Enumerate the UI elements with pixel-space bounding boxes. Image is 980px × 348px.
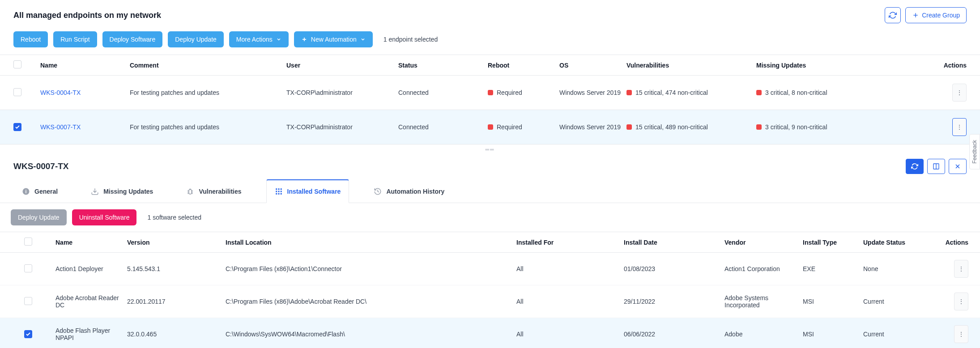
column-header-vulnerabilities[interactable]: Vulnerabilities bbox=[626, 62, 756, 69]
software-install-date: 29/11/2022 bbox=[624, 298, 724, 305]
endpoint-row-checkbox[interactable] bbox=[13, 123, 21, 131]
close-icon bbox=[954, 163, 961, 170]
sw-column-vendor[interactable]: Vendor bbox=[724, 239, 803, 246]
run-script-button[interactable]: Run Script bbox=[53, 31, 97, 47]
software-version: 22.001.20117 bbox=[127, 298, 226, 305]
chevron-down-icon bbox=[276, 37, 281, 42]
panel-resize-handle[interactable]: ══ bbox=[0, 144, 980, 154]
sw-column-install-date[interactable]: Install Date bbox=[624, 239, 724, 246]
column-header-os[interactable]: OS bbox=[559, 62, 626, 69]
row-actions-menu[interactable]: ⋮ bbox=[952, 84, 967, 102]
column-header-reboot[interactable]: Reboot bbox=[488, 62, 559, 69]
new-automation-button[interactable]: New Automation bbox=[294, 31, 373, 47]
column-header-missing-updates[interactable]: Missing Updates bbox=[756, 62, 926, 69]
svg-rect-19 bbox=[280, 193, 281, 195]
endpoint-row-checkbox[interactable] bbox=[13, 88, 21, 96]
tab-installed-software[interactable]: Installed Software bbox=[266, 179, 349, 203]
plus-icon bbox=[912, 12, 919, 19]
layout-icon bbox=[933, 163, 940, 170]
software-row-checkbox[interactable] bbox=[24, 297, 32, 305]
endpoint-comment: For testing patches and updates bbox=[130, 89, 286, 96]
svg-rect-16 bbox=[280, 191, 281, 192]
svg-rect-15 bbox=[278, 191, 279, 192]
endpoint-vulnerabilities: 15 critical, 489 non-critical bbox=[635, 123, 708, 131]
software-vendor: Action1 Corporation bbox=[724, 265, 803, 272]
refresh-icon bbox=[911, 163, 918, 170]
software-update-status: None bbox=[863, 265, 939, 272]
info-icon: i bbox=[22, 187, 30, 195]
detail-close-button[interactable] bbox=[949, 159, 967, 174]
column-header-user[interactable]: User bbox=[286, 62, 398, 69]
more-actions-button[interactable]: More Actions bbox=[229, 31, 289, 47]
endpoint-name-link[interactable]: WKS-0004-TX bbox=[40, 89, 81, 96]
download-icon bbox=[91, 187, 99, 195]
tab-general[interactable]: i General bbox=[13, 179, 66, 203]
select-all-software-checkbox[interactable] bbox=[24, 238, 32, 246]
software-update-status: Current bbox=[863, 298, 939, 305]
software-installed-for: All bbox=[516, 298, 624, 305]
status-dot-icon bbox=[626, 90, 632, 95]
endpoint-os: Windows Server 2019 bbox=[559, 89, 626, 96]
sw-column-installed-for[interactable]: Installed For bbox=[516, 239, 624, 246]
create-group-button[interactable]: Create Group bbox=[905, 7, 967, 23]
chevron-down-icon bbox=[360, 37, 366, 42]
endpoint-row[interactable]: WKS-0004-TX For testing patches and upda… bbox=[0, 76, 980, 110]
software-vendor: Adobe bbox=[724, 331, 803, 338]
sw-column-update-status[interactable]: Update Status bbox=[863, 239, 939, 246]
refresh-button[interactable] bbox=[885, 7, 901, 23]
row-actions-menu[interactable]: ⋮ bbox=[954, 260, 968, 278]
detail-panel-title: WKS-0007-TX bbox=[13, 161, 906, 171]
reboot-button[interactable]: Reboot bbox=[13, 31, 48, 47]
software-row[interactable]: Adobe Acrobat Reader DC 22.001.20117 C:\… bbox=[0, 285, 980, 318]
software-selected-count: 1 software selected bbox=[147, 214, 201, 221]
deploy-update-button[interactable]: Deploy Update bbox=[168, 31, 224, 47]
detail-refresh-button[interactable] bbox=[906, 159, 924, 174]
software-name: Adobe Flash Player NPAPI bbox=[55, 327, 127, 341]
software-row[interactable]: Adobe Flash Player NPAPI 32.0.0.465 C:\W… bbox=[0, 318, 980, 348]
row-actions-menu[interactable]: ⋮ bbox=[954, 325, 968, 343]
column-header-actions: Actions bbox=[926, 62, 967, 69]
endpoint-row[interactable]: WKS-0007-TX For testing patches and upda… bbox=[0, 110, 980, 144]
column-header-status[interactable]: Status bbox=[398, 62, 488, 69]
tab-missing-updates[interactable]: Missing Updates bbox=[82, 179, 162, 203]
tab-vulnerabilities[interactable]: Vulnerabilities bbox=[178, 179, 250, 203]
software-vendor: Adobe Systems Incorporated bbox=[724, 294, 803, 309]
row-actions-menu[interactable]: ⋮ bbox=[954, 293, 968, 310]
software-location: C:\Windows\SysWOW64\Macromed\Flash\ bbox=[226, 331, 516, 338]
status-dot-icon bbox=[756, 90, 762, 95]
sw-column-install-type[interactable]: Install Type bbox=[803, 239, 863, 246]
software-installed-for: All bbox=[516, 265, 624, 272]
bug-icon bbox=[186, 187, 194, 195]
tab-label: Installed Software bbox=[287, 188, 341, 195]
uninstall-software-button[interactable]: Uninstall Software bbox=[72, 209, 137, 225]
status-dot-icon bbox=[488, 90, 493, 95]
endpoint-name-link[interactable]: WKS-0007-TX bbox=[40, 123, 81, 131]
software-row-checkbox[interactable] bbox=[24, 330, 32, 338]
software-row[interactable]: Action1 Deployer 5.145.543.1 C:\Program … bbox=[0, 253, 980, 285]
new-automation-label: New Automation bbox=[311, 36, 357, 43]
svg-rect-12 bbox=[278, 188, 279, 190]
deploy-update-button-disabled: Deploy Update bbox=[11, 209, 67, 225]
software-install-type: MSI bbox=[803, 331, 863, 338]
sw-column-name[interactable]: Name bbox=[55, 239, 127, 246]
select-all-endpoints-checkbox[interactable] bbox=[13, 60, 21, 68]
column-header-comment[interactable]: Comment bbox=[130, 62, 286, 69]
tab-label: Missing Updates bbox=[103, 188, 153, 195]
column-header-name[interactable]: Name bbox=[40, 62, 130, 69]
software-location: C:\Program Files (x86)\Action1\Connector bbox=[226, 265, 516, 272]
software-row-checkbox[interactable] bbox=[24, 264, 32, 272]
tab-automation-history[interactable]: Automation History bbox=[365, 179, 453, 203]
sw-column-location[interactable]: Install Location bbox=[226, 239, 516, 246]
svg-rect-11 bbox=[276, 188, 277, 190]
row-actions-menu[interactable]: ⋮ bbox=[952, 118, 967, 136]
endpoint-os: Windows Server 2019 bbox=[559, 123, 626, 131]
sw-column-version[interactable]: Version bbox=[127, 239, 226, 246]
endpoints-selected-count: 1 endpoint selected bbox=[383, 36, 438, 43]
software-install-type: MSI bbox=[803, 298, 863, 305]
detail-expand-button[interactable] bbox=[927, 159, 945, 174]
deploy-software-button[interactable]: Deploy Software bbox=[102, 31, 163, 47]
refresh-icon bbox=[889, 11, 897, 19]
software-name: Adobe Acrobat Reader DC bbox=[55, 294, 127, 309]
software-install-date: 06/06/2022 bbox=[624, 331, 724, 338]
feedback-tab[interactable]: Feedback bbox=[969, 134, 980, 170]
